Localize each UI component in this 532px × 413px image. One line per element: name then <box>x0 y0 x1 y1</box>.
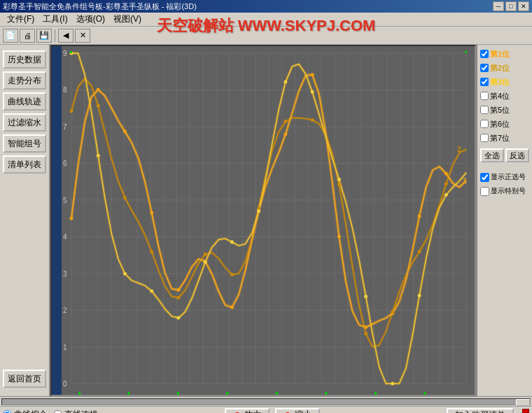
checkbox-label-3: 第3位 <box>490 77 510 88</box>
scrollbar-thumb[interactable] <box>516 399 530 406</box>
checkbox-1[interactable] <box>480 50 489 58</box>
sidebar-btn-curve[interactable]: 曲线轨迹 <box>3 92 46 111</box>
checkbox-4[interactable] <box>480 92 489 100</box>
zoom-out-icon: ⊖ <box>284 410 292 414</box>
radio-straight-input[interactable] <box>53 410 62 413</box>
display-label-2: 显示特别号 <box>491 186 526 196</box>
menu-file[interactable]: 文件(F) <box>3 13 38 26</box>
checkbox-row-2: 第2位 <box>480 62 529 74</box>
sidebar-btn-history[interactable]: 历史数据 <box>3 50 46 69</box>
checkbox-row-3: 第3位 <box>480 76 529 88</box>
checkbox-row-6: 第6位 <box>480 118 529 130</box>
minimize-button[interactable]: ─ <box>493 1 504 11</box>
right-panel: 第1位 第2位 第3位 第4位 第5位 第6位 第7位 全选 反选 <box>476 45 532 396</box>
status-bar: 曲线拟合 直线连接 ⊕ 放大 ⊖ 缩小 加入购买清单 <box>0 406 532 413</box>
menu-bar: 文件(F) 工具(I) 选项(O) 视图(V) <box>0 13 532 27</box>
sidebar-btn-smart[interactable]: 智能组号 <box>3 134 46 153</box>
zoom-out-label: 缩小 <box>295 409 312 413</box>
menu-tools[interactable]: 工具(I) <box>38 13 71 26</box>
scrollbar-area <box>0 396 532 406</box>
title-text: 彩尊圣手智能全免条件组号板-彩尊圣手圣纵板 - 福彩(3D) <box>3 1 493 12</box>
maximize-button[interactable]: □ <box>505 1 517 11</box>
sidebar-back-button[interactable]: 返回首页 <box>3 370 46 388</box>
menu-options[interactable]: 选项(O) <box>72 13 109 26</box>
title-controls: ─ □ ✕ <box>493 1 529 11</box>
main-area: 历史数据 走势分布 曲线轨迹 过滤缩水 智能组号 清单列表 返回首页 第1位 第… <box>0 45 532 396</box>
invert-button[interactable]: 反选 <box>505 148 529 162</box>
toolbar-sep-1 <box>55 29 55 42</box>
checkbox-label-6: 第6位 <box>490 119 510 130</box>
toolbar-btn-3[interactable]: 💾 <box>36 29 52 43</box>
checkbox-6[interactable] <box>480 120 489 128</box>
toolbar-btn-1[interactable]: 📄 <box>3 29 18 43</box>
right-btn-row: 全选 反选 <box>480 148 529 162</box>
checkbox-2[interactable] <box>480 64 489 72</box>
sidebar-btn-trend[interactable]: 走势分布 <box>3 71 46 90</box>
title-bar: 彩尊圣手智能全免条件组号板-彩尊圣手圣纵板 - 福彩(3D) ─ □ ✕ <box>0 0 532 13</box>
chart-canvas <box>52 46 476 396</box>
toolbar-btn-2[interactable]: 🖨 <box>20 29 35 43</box>
toolbar-btn-5[interactable]: ✕ <box>75 29 90 43</box>
scrollbar-track[interactable] <box>1 398 531 405</box>
checkbox-label-1: 第1位 <box>490 49 510 59</box>
radio-curve-label: 曲线拟合 <box>14 409 48 413</box>
radio-straight: 直线连接 <box>53 409 98 413</box>
checkbox-label-5: 第5位 <box>490 105 510 115</box>
checkbox-label-7: 第7位 <box>490 133 510 144</box>
sidebar: 历史数据 走势分布 曲线轨迹 过滤缩水 智能组号 清单列表 返回首页 <box>0 45 50 396</box>
zoom-in-button[interactable]: ⊕ 放大 <box>225 408 270 414</box>
add-to-cart-button[interactable]: 加入购买清单 <box>447 408 514 414</box>
display-checkbox-input-1[interactable] <box>480 173 489 182</box>
checkbox-label-2: 第2位 <box>490 63 510 74</box>
radio-curve-input[interactable] <box>3 410 12 413</box>
checkbox-label-4: 第4位 <box>490 91 510 102</box>
display-checkbox-2: 显示特别号 <box>480 185 529 197</box>
checkbox-row-5: 第5位 <box>480 104 529 116</box>
checkbox-5[interactable] <box>480 106 489 114</box>
checkbox-7[interactable] <box>480 134 489 142</box>
toolbar: 📄 🖨 💾 ◀ ✕ <box>0 27 532 45</box>
chart-container <box>50 45 476 396</box>
radio-straight-label: 直线连接 <box>64 409 98 413</box>
zoom-in-label: 放大 <box>244 409 261 413</box>
sidebar-btn-list[interactable]: 清单列表 <box>3 155 46 174</box>
display-label-1: 显示正选号 <box>491 172 526 182</box>
close-button[interactable]: ✕ <box>518 1 529 11</box>
zoom-out-button[interactable]: ⊖ 缩小 <box>275 408 320 414</box>
sidebar-btn-filter[interactable]: 过滤缩水 <box>3 113 46 132</box>
radio-curve: 曲线拟合 <box>3 409 48 413</box>
display-checkbox-input-2[interactable] <box>480 187 489 196</box>
display-checkbox-1: 显示正选号 <box>480 171 529 183</box>
toolbar-btn-4[interactable]: ◀ <box>58 29 74 43</box>
checkbox-row-4: 第4位 <box>480 90 529 102</box>
select-all-button[interactable]: 全选 <box>480 148 504 162</box>
checkbox-row-7: 第7位 <box>480 132 529 144</box>
checkbox-3[interactable] <box>480 78 489 86</box>
menu-view[interactable]: 视图(V) <box>109 13 146 26</box>
cart-red-indicator <box>522 409 529 414</box>
checkbox-row-1: 第1位 <box>480 48 529 60</box>
zoom-in-icon: ⊕ <box>233 410 241 414</box>
